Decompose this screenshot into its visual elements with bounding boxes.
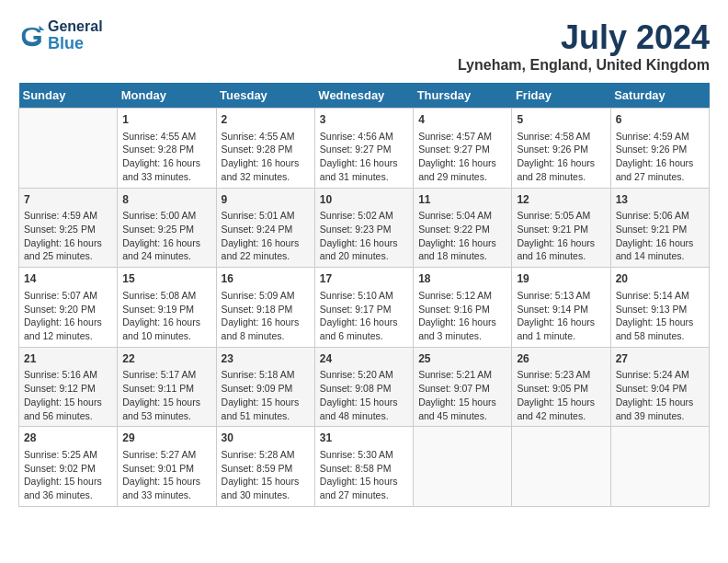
- cell-content: Sunrise: 5:27 AM: [122, 448, 210, 462]
- cell-content: Daylight: 16 hours and 3 minutes.: [418, 316, 506, 342]
- day-number: 30: [222, 431, 310, 446]
- calendar-cell: 22Sunrise: 5:17 AMSunset: 9:11 PMDayligh…: [118, 347, 216, 427]
- cell-content: Daylight: 16 hours and 24 minutes.: [122, 236, 210, 263]
- day-number: 7: [24, 192, 112, 208]
- cell-content: Sunrise: 4:59 AM: [616, 130, 704, 144]
- cell-content: Sunset: 9:08 PM: [320, 382, 408, 396]
- cell-content: Sunrise: 5:02 AM: [320, 209, 408, 223]
- day-number: 18: [418, 271, 506, 287]
- day-number: 15: [122, 271, 210, 287]
- day-number: 26: [517, 351, 605, 367]
- cell-content: Sunrise: 5:16 AM: [24, 368, 112, 382]
- cell-content: Daylight: 16 hours and 31 minutes.: [320, 156, 408, 183]
- cell-content: Sunrise: 4:56 AM: [320, 130, 408, 144]
- day-number: 14: [24, 271, 112, 287]
- cell-content: Daylight: 15 hours and 51 minutes.: [222, 396, 310, 422]
- day-number: 22: [122, 351, 210, 367]
- calendar-cell: [512, 427, 610, 507]
- cell-content: Daylight: 15 hours and 27 minutes.: [320, 475, 408, 501]
- cell-content: Daylight: 15 hours and 48 minutes.: [320, 396, 408, 422]
- cell-content: Sunrise: 5:24 AM: [616, 368, 704, 382]
- cell-content: Sunrise: 5:20 AM: [320, 368, 408, 382]
- day-number: 2: [222, 112, 310, 128]
- cell-content: Sunrise: 5:07 AM: [24, 289, 112, 303]
- day-number: 28: [24, 431, 112, 446]
- cell-content: Sunrise: 5:09 AM: [222, 289, 310, 303]
- day-number: 10: [320, 192, 408, 208]
- day-number: 6: [616, 112, 704, 128]
- calendar-table: SundayMondayTuesdayWednesdayThursdayFrid…: [18, 83, 710, 507]
- cell-content: Daylight: 16 hours and 27 minutes.: [616, 156, 704, 183]
- cell-content: Sunset: 9:21 PM: [517, 223, 605, 236]
- cell-content: Sunrise: 4:55 AM: [222, 130, 310, 144]
- calendar-cell: 15Sunrise: 5:08 AMSunset: 9:19 PMDayligh…: [118, 268, 216, 348]
- calendar-cell: [19, 109, 118, 189]
- calendar-cell: 5Sunrise: 4:58 AMSunset: 9:26 PMDaylight…: [512, 109, 610, 189]
- cell-content: Daylight: 16 hours and 20 minutes.: [320, 236, 408, 263]
- cell-content: Daylight: 16 hours and 16 minutes.: [517, 236, 605, 263]
- cell-content: Sunset: 9:04 PM: [616, 382, 704, 396]
- cell-content: Sunrise: 5:25 AM: [24, 448, 112, 462]
- cell-content: Daylight: 15 hours and 33 minutes.: [122, 475, 210, 501]
- cell-content: Daylight: 16 hours and 1 minute.: [517, 316, 605, 342]
- day-number: 8: [122, 192, 210, 208]
- cell-content: Daylight: 15 hours and 56 minutes.: [24, 396, 112, 422]
- week-row-2: 7Sunrise: 4:59 AMSunset: 9:25 PMDaylight…: [19, 188, 710, 268]
- day-number: 24: [320, 351, 408, 367]
- week-row-3: 14Sunrise: 5:07 AMSunset: 9:20 PMDayligh…: [19, 268, 710, 348]
- cell-content: Sunset: 9:02 PM: [24, 462, 112, 476]
- location: Lyneham, England, United Kingdom: [458, 57, 710, 74]
- day-number: 16: [222, 271, 310, 287]
- cell-content: Sunrise: 5:08 AM: [122, 289, 210, 303]
- cell-content: Sunset: 9:20 PM: [24, 303, 112, 316]
- calendar-cell: 19Sunrise: 5:13 AMSunset: 9:14 PMDayligh…: [512, 268, 610, 348]
- week-row-1: 1Sunrise: 4:55 AMSunset: 9:28 PMDaylight…: [19, 109, 710, 189]
- day-number: 23: [222, 351, 310, 367]
- calendar-cell: 28Sunrise: 5:25 AMSunset: 9:02 PMDayligh…: [19, 427, 118, 507]
- cell-content: Sunrise: 5:17 AM: [122, 368, 210, 382]
- day-header-thursday: Thursday: [414, 83, 512, 109]
- day-number: 5: [517, 112, 605, 128]
- calendar-cell: 29Sunrise: 5:27 AMSunset: 9:01 PMDayligh…: [118, 427, 216, 507]
- day-number: 13: [616, 192, 704, 208]
- cell-content: Daylight: 16 hours and 6 minutes.: [320, 316, 408, 342]
- cell-content: Sunrise: 5:23 AM: [517, 368, 605, 382]
- logo-text: General Blue: [48, 18, 103, 52]
- cell-content: Sunset: 9:26 PM: [616, 143, 704, 156]
- cell-content: Daylight: 16 hours and 8 minutes.: [222, 316, 310, 342]
- calendar-cell: 31Sunrise: 5:30 AMSunset: 8:58 PMDayligh…: [314, 427, 413, 507]
- cell-content: Sunset: 9:25 PM: [122, 223, 210, 236]
- calendar-cell: 10Sunrise: 5:02 AMSunset: 9:23 PMDayligh…: [314, 188, 413, 268]
- cell-content: Sunset: 9:07 PM: [418, 382, 506, 396]
- cell-content: Daylight: 16 hours and 32 minutes.: [222, 156, 310, 183]
- cell-content: Sunset: 9:14 PM: [517, 303, 605, 316]
- cell-content: Sunrise: 5:06 AM: [616, 209, 704, 223]
- calendar-cell: 6Sunrise: 4:59 AMSunset: 9:26 PMDaylight…: [610, 109, 709, 189]
- calendar-cell: 9Sunrise: 5:01 AMSunset: 9:24 PMDaylight…: [216, 188, 314, 268]
- calendar-cell: [414, 427, 512, 507]
- cell-content: Sunset: 9:13 PM: [616, 303, 704, 316]
- cell-content: Sunset: 9:24 PM: [222, 223, 310, 236]
- cell-content: Daylight: 16 hours and 14 minutes.: [616, 236, 704, 263]
- week-row-5: 28Sunrise: 5:25 AMSunset: 9:02 PMDayligh…: [19, 427, 710, 507]
- cell-content: Sunset: 9:27 PM: [418, 143, 506, 156]
- cell-content: Daylight: 16 hours and 33 minutes.: [122, 156, 210, 183]
- day-number: 12: [517, 192, 605, 208]
- cell-content: Sunrise: 5:18 AM: [222, 368, 310, 382]
- calendar-cell: 14Sunrise: 5:07 AMSunset: 9:20 PMDayligh…: [19, 268, 118, 348]
- calendar-cell: 3Sunrise: 4:56 AMSunset: 9:27 PMDaylight…: [314, 109, 413, 189]
- calendar-cell: 13Sunrise: 5:06 AMSunset: 9:21 PMDayligh…: [610, 188, 709, 268]
- cell-content: Daylight: 16 hours and 22 minutes.: [222, 236, 310, 263]
- cell-content: Sunset: 9:12 PM: [24, 382, 112, 396]
- calendar-cell: 1Sunrise: 4:55 AMSunset: 9:28 PMDaylight…: [118, 109, 216, 189]
- calendar-cell: 21Sunrise: 5:16 AMSunset: 9:12 PMDayligh…: [19, 347, 118, 427]
- calendar-cell: 16Sunrise: 5:09 AMSunset: 9:18 PMDayligh…: [216, 268, 314, 348]
- calendar-cell: 30Sunrise: 5:28 AMSunset: 8:59 PMDayligh…: [216, 427, 314, 507]
- day-header-tuesday: Tuesday: [216, 83, 314, 109]
- cell-content: Daylight: 15 hours and 30 minutes.: [222, 475, 310, 501]
- cell-content: Sunset: 9:28 PM: [222, 143, 310, 156]
- cell-content: Sunrise: 5:00 AM: [122, 209, 210, 223]
- cell-content: Sunset: 9:28 PM: [122, 143, 210, 156]
- calendar-cell: [610, 427, 709, 507]
- calendar-cell: 20Sunrise: 5:14 AMSunset: 9:13 PMDayligh…: [610, 268, 709, 348]
